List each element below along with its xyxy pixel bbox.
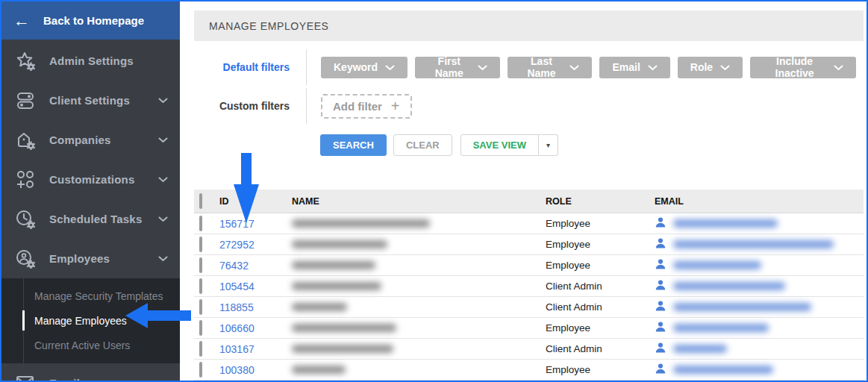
default-filter-buttons: KeywordFirst NameLast NameEmailRoleInclu…: [306, 49, 864, 85]
company-gear-icon: [15, 131, 37, 150]
clear-button[interactable]: CLEAR: [393, 134, 452, 156]
filter-button-email[interactable]: Email: [599, 57, 669, 78]
person-icon: [655, 363, 666, 378]
employee-role: Client Admin: [546, 343, 655, 354]
column-header-name: NAME: [292, 196, 546, 207]
redacted-email-link[interactable]: [673, 219, 778, 228]
redacted-name: [292, 219, 430, 228]
redacted-name: [292, 282, 381, 290]
filter-button-first-name[interactable]: First Name: [415, 57, 500, 78]
person-icon: [655, 258, 666, 273]
sidebar: ← Back to Homepage Admin SettingsClient …: [1, 1, 180, 381]
table-header-row: IDNAMEROLEEMAIL: [194, 190, 864, 213]
row-checkbox[interactable]: [199, 237, 202, 252]
select-all-checkbox[interactable]: [199, 193, 202, 209]
row-checkbox[interactable]: [199, 216, 202, 231]
chevron-down-icon: [158, 137, 168, 143]
redacted-name: [292, 261, 375, 269]
filter-button-role[interactable]: Role: [678, 57, 743, 78]
back-to-homepage-label: Back to Homepage: [43, 14, 144, 27]
employee-id-link[interactable]: 103167: [219, 343, 255, 355]
chevron-down-icon: [158, 256, 168, 262]
redacted-email-link[interactable]: [673, 324, 769, 332]
sidebar-subitem-current-active-users[interactable]: Current Active Users: [1, 333, 180, 357]
sidebar-subitem-label: Manage Security Templates: [34, 290, 163, 302]
redacted-email-link[interactable]: [673, 240, 834, 248]
chevron-down-icon: [385, 61, 395, 73]
sidebar-nav: Admin SettingsClient SettingsCompaniesCu…: [1, 40, 180, 381]
employee-id-link[interactable]: 118855: [219, 301, 254, 313]
plus-icon: +: [391, 98, 400, 115]
redacted-email-link[interactable]: [673, 345, 727, 353]
person-icon: [655, 300, 666, 315]
filter-button-label: First Name: [428, 55, 470, 79]
employee-id-link[interactable]: 156717: [219, 218, 255, 230]
save-view-dropdown-button[interactable]: ▾: [539, 134, 558, 156]
chevron-down-icon: [158, 177, 168, 183]
sidebar-subitem-manage-security-templates[interactable]: Manage Security Templates: [1, 284, 180, 308]
employee-id-link[interactable]: 105454: [219, 281, 255, 292]
filter-button-label: Email: [612, 61, 640, 73]
filter-button-label: Include Inactive: [763, 55, 826, 79]
back-arrow-icon: ←: [13, 13, 30, 29]
table-row: 103167Client Admin: [194, 339, 864, 360]
column-header-email: EMAIL: [655, 196, 864, 207]
redacted-email-link[interactable]: [673, 261, 761, 269]
sidebar-item-client-settings[interactable]: Client Settings: [1, 81, 180, 120]
employees-table: IDNAMEROLEEMAIL156717Employee272952Emplo…: [194, 190, 864, 381]
redacted-name: [292, 366, 346, 374]
add-filter-button[interactable]: Add filter +: [321, 94, 412, 119]
employee-role: Client Admin: [546, 301, 655, 313]
sidebar-item-label: Customizations: [49, 173, 134, 186]
redacted-email-link[interactable]: [673, 303, 811, 311]
filter-button-keyword[interactable]: Keyword: [321, 57, 408, 78]
employee-role: Employee: [546, 260, 655, 271]
sidebar-item-label: Companies: [49, 134, 111, 146]
person-icon: [655, 342, 666, 357]
redacted-email-link[interactable]: [673, 282, 785, 290]
table-row: 118855Client Admin: [194, 297, 864, 318]
page-title-bar: MANAGE EMPLOYEES: [194, 10, 864, 41]
mail-gear-icon: [15, 374, 37, 381]
filter-button-label: Last Name: [520, 55, 562, 79]
chevron-down-icon: [648, 61, 658, 73]
sidebar-item-scheduled-tasks[interactable]: Scheduled Tasks: [1, 199, 180, 239]
employee-role: Client Admin: [546, 281, 655, 292]
employee-id-link[interactable]: 272952: [219, 239, 255, 251]
employee-id-link[interactable]: 100380: [219, 364, 255, 376]
person-gear-icon: [15, 249, 37, 269]
sidebar-item-label: Admin Settings: [49, 54, 134, 67]
table-row: 100380Employee: [194, 360, 864, 381]
filter-area: Default filters KeywordFirst NameLast Na…: [194, 49, 864, 124]
search-button[interactable]: SEARCH: [320, 134, 387, 156]
row-checkbox[interactable]: [199, 278, 202, 294]
filter-button-last-name[interactable]: Last Name: [508, 57, 592, 78]
sidebar-item-employees[interactable]: Employees: [1, 239, 180, 278]
sidebar-item-companies[interactable]: Companies: [1, 120, 180, 160]
save-view-button[interactable]: SAVE VIEW: [460, 134, 539, 156]
action-buttons: SEARCH CLEAR SAVE VIEW ▾: [320, 134, 558, 156]
back-to-homepage-button[interactable]: ← Back to Homepage: [1, 1, 180, 40]
row-checkbox[interactable]: [199, 341, 202, 357]
sidebar-item-label: Client Settings: [49, 94, 130, 107]
employee-role: Employee: [546, 322, 655, 334]
sidebar-subitem-manage-employees[interactable]: Manage Employees: [1, 308, 180, 333]
sidebar-item-label: Email: [49, 377, 80, 381]
row-checkbox[interactable]: [199, 257, 202, 273]
chevron-down-icon: [158, 98, 168, 104]
person-icon: [655, 216, 666, 231]
row-checkbox[interactable]: [199, 299, 202, 315]
sidebar-item-admin-settings[interactable]: Admin Settings: [1, 41, 180, 81]
employee-id-link[interactable]: 106660: [219, 322, 255, 334]
row-checkbox[interactable]: [199, 320, 202, 336]
sidebar-item-email[interactable]: Email: [1, 363, 180, 381]
filter-button-include-inactive[interactable]: Include Inactive: [750, 57, 856, 78]
filter-button-label: Keyword: [334, 61, 378, 73]
redacted-email-link[interactable]: [673, 366, 773, 374]
sidebar-item-customizations[interactable]: Customizations: [1, 160, 180, 199]
app-window: ← Back to Homepage Admin SettingsClient …: [0, 0, 868, 382]
employee-id-link[interactable]: 76432: [219, 260, 249, 272]
chevron-down-icon: [478, 61, 487, 73]
employee-role: Employee: [546, 218, 655, 229]
row-checkbox[interactable]: [199, 362, 202, 378]
